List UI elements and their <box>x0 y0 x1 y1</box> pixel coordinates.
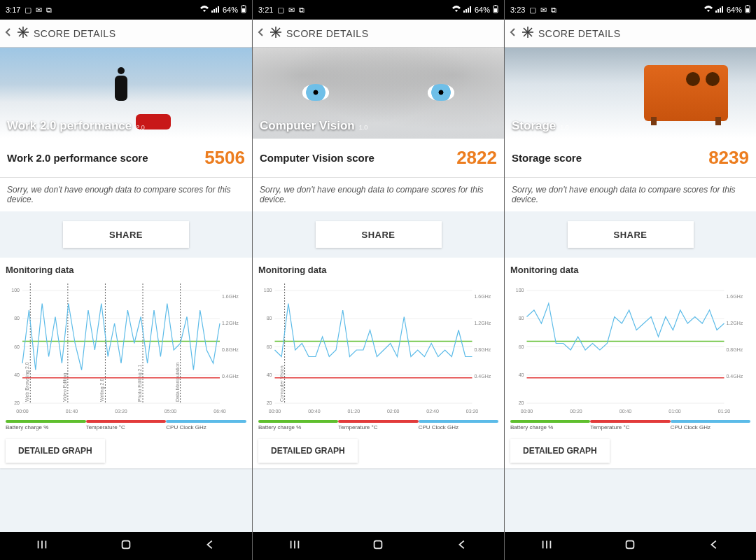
svg-rect-84 <box>374 541 382 549</box>
score-value: 8239 <box>708 147 749 169</box>
signal-icon <box>715 6 724 14</box>
score-row: Storage score 8239 <box>505 139 756 178</box>
recent-apps-button[interactable] <box>36 538 48 554</box>
legend-clock: CPU Clock GHz <box>671 424 710 430</box>
back-icon[interactable] <box>509 27 517 40</box>
svg-text:80: 80 <box>519 316 524 321</box>
home-button[interactable] <box>624 538 636 554</box>
legend-clock: CPU Clock GHz <box>166 424 206 430</box>
svg-rect-5 <box>242 8 245 12</box>
home-button[interactable] <box>372 538 384 554</box>
battery-percent: 64% <box>223 6 238 14</box>
page-title: SCORE DETAILS <box>286 28 369 39</box>
score-value: 2822 <box>456 147 497 169</box>
back-button[interactable] <box>456 538 468 554</box>
recent-apps-button[interactable] <box>540 538 553 554</box>
compare-message: Sorry, we don't have enough data to comp… <box>0 178 252 211</box>
back-button[interactable] <box>708 538 720 554</box>
svg-rect-0 <box>211 10 213 13</box>
svg-text:01:20: 01:20 <box>718 409 731 414</box>
back-button[interactable] <box>204 538 216 554</box>
snowflake-icon <box>270 26 282 41</box>
battery-icon <box>493 5 498 15</box>
svg-text:Data Manipulation: Data Manipulation <box>175 362 181 402</box>
svg-text:1.2GHz: 1.2GHz <box>475 321 491 326</box>
svg-text:1.6GHz: 1.6GHz <box>727 294 743 299</box>
monitoring-card: Monitoring data 204060801001.6GHz1.2GHz0… <box>253 258 504 468</box>
share-button[interactable]: SHARE <box>316 221 442 248</box>
hero-title: Computer Vision <box>260 119 355 133</box>
battery-percent: 64% <box>475 6 490 14</box>
android-navbar <box>253 532 504 560</box>
svg-text:01:40: 01:40 <box>66 409 78 414</box>
svg-rect-86 <box>718 9 719 13</box>
svg-text:0.8GHz: 0.8GHz <box>475 347 491 352</box>
hero-image: Work 2.0 performance 2.0 <box>0 48 252 139</box>
svg-text:0.4GHz: 0.4GHz <box>475 374 491 379</box>
recent-apps-button[interactable] <box>288 538 301 554</box>
svg-text:Computer Vision: Computer Vision <box>279 365 285 402</box>
svg-text:0.8GHz: 0.8GHz <box>222 347 239 352</box>
app-notif-icon: ⧉ <box>551 6 556 15</box>
hero-image: Computer Vision 1.0 <box>253 48 504 139</box>
monitoring-card: Monitoring data 204060801001.6GHz1.2GHz0… <box>0 258 252 468</box>
status-bar: 3:21 ▢ ✉ ⧉ 64% <box>253 0 504 20</box>
legend-temp: Temperature °C <box>86 424 125 430</box>
svg-text:06:40: 06:40 <box>214 409 226 414</box>
svg-text:40: 40 <box>14 372 20 377</box>
monitoring-chart: 204060801001.6GHz1.2GHz0.8GHz0.4GHz00:00… <box>258 279 498 416</box>
mail-icon: ✉ <box>540 6 547 15</box>
snowflake-icon <box>17 26 29 41</box>
svg-text:40: 40 <box>267 372 272 377</box>
status-time: 3:21 <box>258 6 273 14</box>
svg-text:00:40: 00:40 <box>308 409 321 414</box>
hero-version: 1.0 <box>560 124 569 131</box>
monitoring-title: Monitoring data <box>510 265 750 275</box>
share-button[interactable]: SHARE <box>568 221 694 248</box>
svg-text:Writing 2.0: Writing 2.0 <box>99 379 105 402</box>
legend-clock: CPU Clock GHz <box>419 424 458 430</box>
status-bar: 3:17 ▢ ✉ ⧉ 64% <box>0 0 252 20</box>
monitoring-chart: 204060801001.6GHz1.2GHz0.8GHz0.4GHz00:00… <box>6 279 246 416</box>
wifi-icon <box>200 6 209 14</box>
svg-text:1.6GHz: 1.6GHz <box>475 294 491 299</box>
svg-text:02:00: 02:00 <box>387 409 400 414</box>
svg-text:100: 100 <box>264 288 272 293</box>
detailed-graph-button[interactable]: DETAILED GRAPH <box>6 439 105 463</box>
svg-text:03:20: 03:20 <box>115 409 127 414</box>
svg-text:0.4GHz: 0.4GHz <box>222 374 239 379</box>
svg-rect-46 <box>463 10 465 13</box>
svg-rect-90 <box>746 8 749 12</box>
share-button[interactable]: SHARE <box>63 221 189 248</box>
back-icon[interactable] <box>257 27 265 40</box>
svg-text:1.2GHz: 1.2GHz <box>222 321 239 326</box>
svg-text:02:40: 02:40 <box>426 409 439 414</box>
svg-rect-6 <box>243 5 244 6</box>
svg-rect-52 <box>495 5 496 6</box>
detailed-graph-button[interactable]: DETAILED GRAPH <box>510 439 610 463</box>
svg-text:03:20: 03:20 <box>466 409 479 414</box>
legend-battery: Battery charge % <box>510 424 553 430</box>
compare-message: Sorry, we don't have enough data to comp… <box>253 178 504 211</box>
svg-rect-3 <box>218 6 219 13</box>
wifi-icon <box>452 6 461 14</box>
legend-row: Battery charge % Temperature °C CPU Cloc… <box>510 420 750 430</box>
detailed-graph-button[interactable]: DETAILED GRAPH <box>258 439 358 463</box>
hero-title: Work 2.0 performance <box>7 119 132 133</box>
svg-rect-120 <box>626 541 634 549</box>
svg-text:100: 100 <box>11 288 20 293</box>
legend-temp: Temperature °C <box>338 424 377 430</box>
app-header: SCORE DETAILS <box>0 20 252 48</box>
hero-image: Storage 1.0 <box>505 48 756 139</box>
legend-row: Battery charge % Temperature °C CPU Cloc… <box>6 420 246 430</box>
svg-rect-2 <box>216 8 217 13</box>
back-icon[interactable] <box>4 27 13 40</box>
svg-text:60: 60 <box>267 344 272 349</box>
svg-text:Web Browsing 2.0: Web Browsing 2.0 <box>24 362 30 402</box>
svg-text:Video Editing: Video Editing <box>62 373 68 402</box>
app-header: SCORE DETAILS <box>505 20 756 48</box>
home-button[interactable] <box>120 538 132 554</box>
svg-text:00:20: 00:20 <box>570 409 582 414</box>
score-row: Computer Vision score 2822 <box>253 139 504 178</box>
svg-text:60: 60 <box>14 344 20 349</box>
